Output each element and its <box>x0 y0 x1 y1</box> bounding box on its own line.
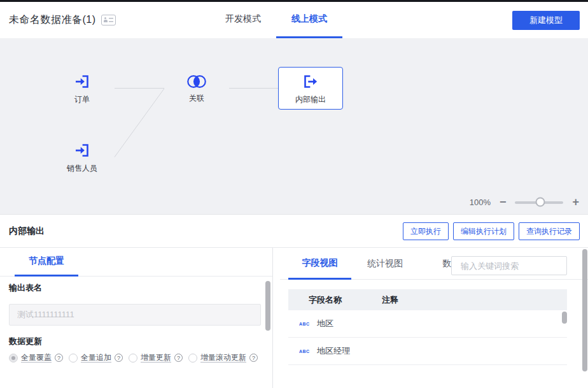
new-model-button[interactable]: 新建模型 <box>512 11 580 30</box>
page-scrollbar[interactable] <box>582 249 587 371</box>
column-header-field-name: 字段名称 <box>309 294 382 306</box>
field-name-cell: 地区经理 <box>317 345 350 357</box>
radio-full-append[interactable]: 全量追加 ? <box>69 352 123 363</box>
connector-lines <box>0 38 588 215</box>
data-prep-app: 未命名数据准备(1) 开发模式 线上模式 新建模型 订单 <box>0 0 588 388</box>
node-label: 内部输出 <box>295 94 326 105</box>
tab-stats-view[interactable]: 统计视图 <box>353 248 417 280</box>
radio-full-overwrite[interactable]: 全量覆盖 ? <box>9 352 63 363</box>
export-icon <box>301 72 320 91</box>
node-config-panel: 节点配置 输出表名 数据更新 全量覆盖 ? 全量追加 ? 增量更新 <box>0 248 273 388</box>
tab-online-mode[interactable]: 线上模式 <box>276 2 342 38</box>
zoom-level: 100% <box>470 198 491 207</box>
edit-schedule-button[interactable]: 编辑执行计划 <box>453 222 514 240</box>
config-panel-scrollbar[interactable] <box>265 281 270 331</box>
node-action-bar: 内部输出 立即执行 编辑执行计划 查询执行记录 <box>0 215 588 248</box>
table-row[interactable]: ABC 地区经理 <box>288 338 567 365</box>
radio-incremental-update[interactable]: 增量更新 ? <box>129 352 183 363</box>
node-label: 订单 <box>74 94 90 105</box>
string-type-icon: ABC <box>299 349 311 354</box>
string-type-icon: ABC <box>299 322 311 326</box>
node-label: 销售人员 <box>67 163 97 174</box>
node-salespersons[interactable]: 销售人员 <box>50 136 115 178</box>
radio-circle[interactable] <box>69 354 78 363</box>
field-view-panel: 字段视图 统计视图 数 字段名称 注释 ABC 地 <box>280 248 588 388</box>
tab-field-view[interactable]: 字段视图 <box>288 248 351 280</box>
selected-node-title: 内部输出 <box>9 226 45 237</box>
search-input[interactable] <box>461 261 573 271</box>
update-mode-radio-group: 全量覆盖 ? 全量追加 ? 增量更新 ? 增量滚动更新 ? <box>9 352 258 363</box>
canvas-zoom-control: 100% − + <box>470 196 579 208</box>
tab-dev-mode[interactable]: 开发模式 <box>210 2 276 38</box>
zoom-out-button[interactable]: − <box>500 196 507 208</box>
query-records-button[interactable]: 查询执行记录 <box>519 222 580 240</box>
flow-canvas[interactable]: 订单 销售人员 关联 内部输出 10 <box>0 38 588 215</box>
data-update-label: 数据更新 <box>9 336 42 347</box>
help-icon[interactable]: ? <box>174 354 183 362</box>
mode-tabs: 开发模式 线上模式 <box>210 2 342 38</box>
radio-incremental-rolling-update[interactable]: 增量滚动更新 ? <box>188 352 258 363</box>
node-join[interactable]: 关联 <box>164 67 229 110</box>
field-table-scrollbar[interactable] <box>562 312 567 324</box>
zoom-slider[interactable] <box>515 198 563 207</box>
radio-circle[interactable] <box>9 354 18 363</box>
field-table: 字段名称 注释 ABC 地区 ABC 地区经理 <box>288 289 567 365</box>
column-header-comment: 注释 <box>382 294 398 306</box>
import-icon <box>73 141 92 160</box>
bottom-section: 节点配置 输出表名 数据更新 全量覆盖 ? 全量追加 ? 增量更新 <box>0 248 588 388</box>
help-icon[interactable]: ? <box>249 354 258 362</box>
search-box <box>451 256 567 275</box>
execute-now-button[interactable]: 立即执行 <box>403 222 449 240</box>
zoom-in-button[interactable]: + <box>572 196 579 208</box>
id-card-icon[interactable] <box>101 15 116 25</box>
node-orders[interactable]: 订单 <box>50 67 115 110</box>
page-title: 未命名数据准备(1) <box>9 13 96 27</box>
radio-circle[interactable] <box>188 354 197 363</box>
field-table-header: 字段名称 注释 <box>288 289 567 310</box>
field-name-cell: 地区 <box>317 318 333 329</box>
node-label: 关联 <box>189 93 204 104</box>
output-table-input[interactable] <box>9 304 261 326</box>
help-icon[interactable]: ? <box>55 354 63 362</box>
radio-circle[interactable] <box>129 354 137 363</box>
tab-node-config[interactable]: 节点配置 <box>15 248 78 277</box>
node-internal-output[interactable]: 内部输出 <box>278 67 343 110</box>
output-table-label: 输出表名 <box>9 282 42 294</box>
zoom-slider-thumb[interactable] <box>536 198 545 207</box>
import-icon <box>73 72 92 91</box>
help-icon[interactable]: ? <box>115 354 123 362</box>
join-icon <box>186 73 207 90</box>
header: 未命名数据准备(1) 开发模式 线上模式 新建模型 <box>0 2 588 38</box>
table-row[interactable]: ABC 地区 <box>288 310 567 338</box>
